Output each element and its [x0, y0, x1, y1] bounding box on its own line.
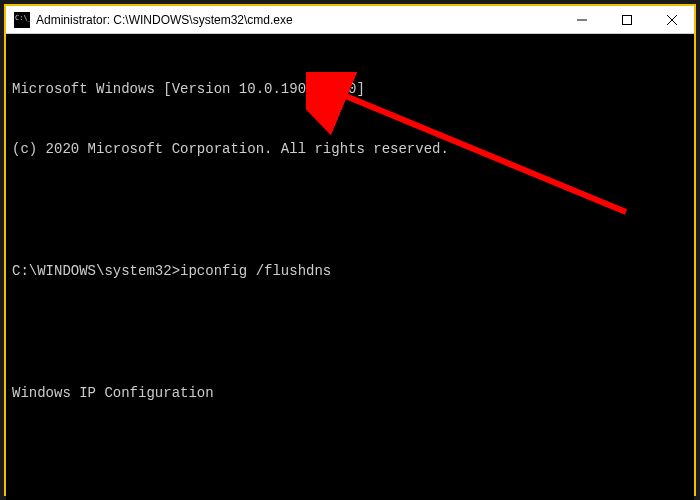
terminal-output[interactable]: Microsoft Windows [Version 10.0.19042.87…: [6, 34, 694, 500]
prompt-prefix: C:\WINDOWS\system32>: [12, 263, 180, 279]
close-button[interactable]: [649, 6, 694, 33]
version-line: Microsoft Windows [Version 10.0.19042.87…: [12, 79, 688, 99]
typed-command: ipconfig /flushdns: [180, 263, 331, 279]
svg-rect-1: [622, 15, 631, 24]
minimize-button[interactable]: [559, 6, 604, 33]
minimize-icon: [577, 15, 587, 25]
titlebar[interactable]: Administrator: C:\WINDOWS\system32\cmd.e…: [6, 6, 694, 34]
window-title: Administrator: C:\WINDOWS\system32\cmd.e…: [36, 13, 559, 27]
output-header: Windows IP Configuration: [12, 383, 688, 403]
window-controls: [559, 6, 694, 33]
cmd-icon: [14, 12, 30, 28]
copyright-line: (c) 2020 Microsoft Corporation. All righ…: [12, 139, 688, 159]
blank-line: [12, 322, 688, 342]
maximize-button[interactable]: [604, 6, 649, 33]
cmd-window: Administrator: C:\WINDOWS\system32\cmd.e…: [4, 4, 696, 496]
maximize-icon: [622, 15, 632, 25]
blank-line: [12, 200, 688, 220]
command-line-1: C:\WINDOWS\system32>ipconfig /flushdns: [12, 261, 688, 281]
close-icon: [667, 15, 677, 25]
blank-line: [12, 444, 688, 464]
